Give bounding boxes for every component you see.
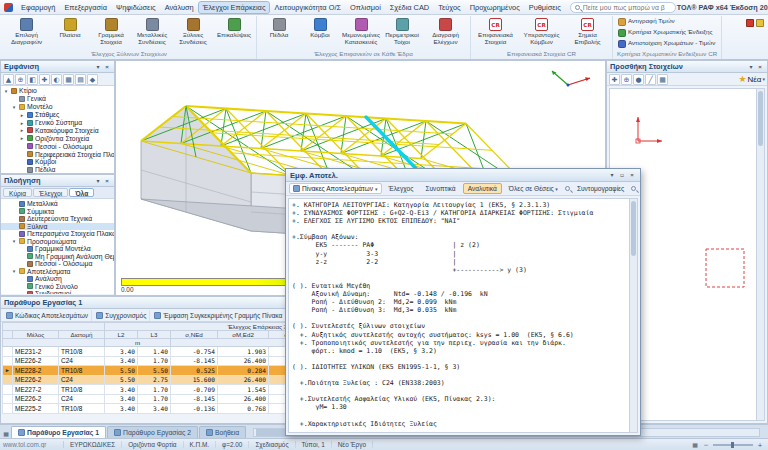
cr-surface-elements-button[interactable]: CRΕπιφανειακά Στοιχεία: [473, 16, 518, 48]
add-line-icon[interactable]: ╱: [645, 74, 656, 85]
render-mode-icon[interactable]: ◐: [51, 74, 62, 85]
select-cursor-button[interactable]: Επιλογή Διαγραφών: [4, 16, 49, 48]
expander-icon[interactable]: ▸: [19, 112, 25, 118]
nav-tab[interactable]: Όλα: [69, 188, 94, 197]
tree-item[interactable]: Κόμβοι: [1, 158, 114, 166]
window-tab[interactable]: Βοήθεια: [199, 426, 246, 438]
dialog-content[interactable]: +. ΚΑΤΗΓΟΡΙΑ ΛΕΙΤΟΥΡΓΙΑΣ: Κατηγορία Λειτ…: [288, 198, 638, 433]
search-icon[interactable]: [631, 186, 636, 191]
tree-item[interactable]: ▾Κτίριο: [1, 87, 114, 95]
menu-item[interactable]: Οπλισμοί: [346, 2, 385, 13]
frames-button[interactable]: Πλαίσια: [50, 16, 90, 41]
zoom-out-icon[interactable]: −: [702, 441, 710, 449]
expander-icon[interactable]: ▸: [19, 127, 25, 133]
nav-item[interactable]: Σύμμικτα: [1, 208, 114, 216]
pin-icon[interactable]: ▾: [608, 171, 616, 179]
nav-item[interactable]: ▾Αποτελέσματα: [1, 268, 114, 276]
nav-item[interactable]: Ανάλυση: [1, 275, 114, 283]
dialog-tab[interactable]: Συνοπτικά: [420, 183, 460, 194]
nav-tab[interactable]: Έλεγχοι: [33, 188, 68, 197]
dialog-tab[interactable]: Έλεγχος: [384, 183, 419, 194]
steel-connections-button[interactable]: Μεταλλικές Συνδέσεις: [132, 16, 172, 48]
scrollbar-thumb[interactable]: [758, 91, 763, 146]
menu-item[interactable]: Επεξεργασία: [60, 2, 111, 13]
add-node-icon[interactable]: ●: [633, 74, 644, 85]
tree-item[interactable]: Περιφερειακά Στοιχεία Πλακών: [1, 150, 114, 158]
results-dialog[interactable]: Εμφ. Αποτελ. ▾ ▫ × Πίνακες Αποτελεσμάτων…: [285, 168, 641, 436]
abbreviations-button[interactable]: Συντομογραφίες: [572, 183, 629, 194]
pan-icon[interactable]: ✚: [609, 74, 620, 85]
window-tab[interactable]: Παράθυρο Εργασίας 1: [11, 426, 106, 438]
zoom-slider-thumb[interactable]: [731, 442, 734, 448]
expander-icon[interactable]: ▾: [3, 88, 9, 94]
menu-item[interactable]: Τεύχος: [434, 2, 464, 13]
menu-item[interactable]: Ψηφιδώσεις: [112, 2, 160, 13]
status-item[interactable]: Κ.Π.Μ.: [184, 441, 217, 448]
menu-item[interactable]: Προχωρημένος: [466, 2, 524, 13]
workspace-toolbar-button[interactable]: Έμφαση Συγκεκριμένης Γραμμής Πίνακα: [151, 310, 286, 321]
tree-item[interactable]: ▾Μοντέλο: [1, 103, 114, 111]
workspace-toolbar-button[interactable]: Συγχρονισμός: [93, 310, 150, 321]
tree-item[interactable]: ▸Οριζόντια Στοιχεία: [1, 134, 114, 142]
menu-item[interactable]: Ανάλυση: [161, 2, 198, 13]
help-search-box[interactable]: [570, 2, 676, 13]
nav-item[interactable]: Μη Γραμμική Ανάλυση Θεμελίωσης: [1, 253, 114, 261]
menu-item[interactable]: Ρυθμίσεις: [525, 2, 565, 13]
menu-item[interactable]: Λειτουργικότητα Ο/Σ: [270, 2, 345, 13]
dialog-tab[interactable]: Αναλυτικά: [463, 183, 502, 194]
vertical-scrollbar[interactable]: [756, 89, 764, 420]
timber-connections-button[interactable]: Ξύλινες Συνδέσεις: [173, 16, 213, 48]
select-icon[interactable]: ▲: [3, 74, 14, 85]
zoom-in-icon[interactable]: +: [756, 441, 764, 449]
isolated-structures-button[interactable]: Μεμονωμένες Κατασκευές: [341, 16, 381, 48]
color-criteria-button[interactable]: Κριτήρια Χρωματικής Ένδειξης: [615, 28, 716, 38]
nav-item[interactable]: Πεσσοί - Ολόσωμα: [1, 260, 114, 268]
nav-item[interactable]: Γενικό Σύνολο: [1, 283, 114, 291]
zoom-extents-icon[interactable]: ⊕: [15, 74, 26, 85]
linear-elements-button[interactable]: Γραμμικά Στοιχεία: [91, 16, 131, 48]
close-icon[interactable]: ×: [628, 171, 636, 179]
dialog-titlebar[interactable]: Εμφ. Αποτελ. ▾ ▫ ×: [286, 169, 640, 182]
scrollbar-thumb[interactable]: [631, 201, 636, 256]
nav-item[interactable]: Γραμμικά Μοντέλα: [1, 245, 114, 253]
nav-item[interactable]: Πεπερασμένα Στοιχεία Πλακών: [1, 230, 114, 238]
dock-icon[interactable]: ▫: [618, 171, 626, 179]
nav-item[interactable]: Συνδυασμοί: [1, 290, 114, 294]
results-tables-menu[interactable]: Πίνακες Αποτελεσμάτων▾: [289, 183, 382, 194]
expander-icon[interactable]: ▾: [11, 268, 17, 274]
tree-item[interactable]: Πεσσοί - Ολόσωμα: [1, 142, 114, 150]
expander-icon[interactable]: ▾: [11, 238, 17, 244]
delete-checks-button[interactable]: Διαγραφή Ελέγχων: [423, 16, 468, 48]
nav-item[interactable]: Ξύλινα: [1, 223, 114, 231]
grid-view-icon[interactable]: ▦: [691, 441, 699, 449]
tree-item[interactable]: ▸Κατακόρυφα Στοιχεία: [1, 126, 114, 134]
tree-item[interactable]: ▸Στάθμες: [1, 111, 114, 119]
expander-icon[interactable]: ▾: [11, 104, 17, 110]
vertical-scrollbar[interactable]: [629, 199, 637, 432]
grid-icon[interactable]: ▦: [657, 74, 668, 85]
pin-icon[interactable]: ▾: [94, 177, 102, 185]
zoom-window-icon[interactable]: ◧: [27, 74, 38, 85]
perimeter-walls-button[interactable]: Περιμετρικοί Τοίχοι: [382, 16, 422, 48]
menu-item[interactable]: Σχέδια CAD: [386, 2, 433, 13]
nav-tab[interactable]: Κύρια: [3, 188, 32, 197]
zoom-slider[interactable]: [713, 444, 753, 446]
info-icon[interactable]: [756, 19, 764, 27]
grid-toggle-icon[interactable]: ▦: [63, 74, 74, 85]
nodes-button[interactable]: Κόμβοι: [300, 16, 340, 41]
settings-icon[interactable]: ◆: [87, 74, 98, 85]
status-item[interactable]: Οριζόντια Φορτία: [122, 441, 183, 448]
cr-load-points-button[interactable]: CRΣημεία Επιβολής: [565, 16, 610, 48]
close-icon[interactable]: ×: [756, 63, 764, 71]
close-icon[interactable]: ×: [103, 63, 111, 71]
new-element-label[interactable]: Νέα: [748, 75, 762, 84]
menu-item[interactable]: Εφαρμογή: [17, 2, 59, 13]
expander-icon[interactable]: ▸: [19, 120, 25, 126]
tree-item[interactable]: ▸Γενικό Σύστημα: [1, 119, 114, 127]
status-item[interactable]: Τύποι, 1: [296, 441, 332, 448]
help-icon[interactable]: [746, 19, 754, 27]
pan-view-icon[interactable]: ✚: [39, 74, 50, 85]
cr-node-overstrength-button[interactable]: CRΥπεραντοχές Κόμβων: [519, 16, 564, 48]
nav-item[interactable]: Δευτερεύοντα Τεχνικά: [1, 215, 114, 223]
pin-icon[interactable]: ▾: [747, 63, 755, 71]
